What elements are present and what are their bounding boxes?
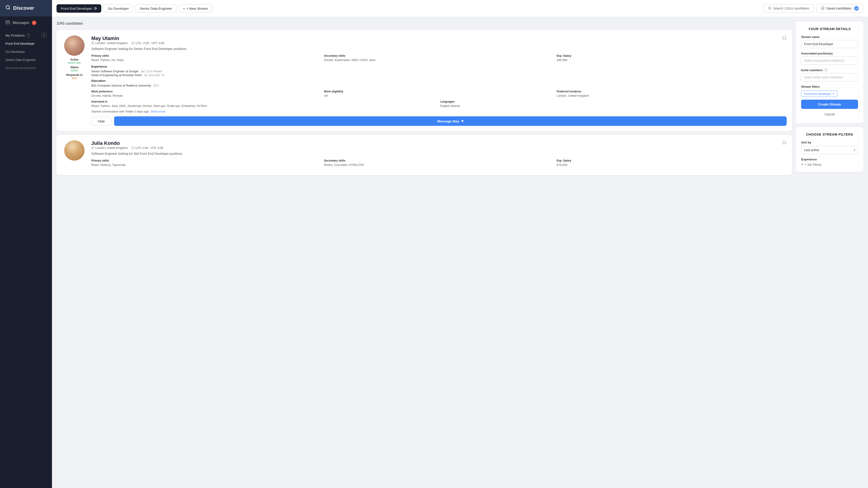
remove-filter-button[interactable]: × [833, 92, 834, 96]
job-title-label: + Job Title(s) [804, 163, 822, 166]
chevron-down-icon: ▾ [461, 119, 463, 124]
search-button[interactable]: Search 11614 candidates [763, 4, 814, 13]
saved-badge: 18 [854, 6, 859, 11]
associated-positions-input[interactable] [801, 57, 858, 65]
message-button-may[interactable]: Message May ▾ [114, 116, 786, 126]
exp-item-1-may: Senior Software Engineer at Google Jan '… [91, 70, 786, 73]
messages-badge: 1 [32, 21, 36, 25]
education-may: BSc Computer Science at Redbrick Univers… [91, 84, 786, 87]
sidebar-item-senior-data[interactable]: Senior Data Engineer [0, 56, 52, 64]
new-stream-label: + New Stream [186, 6, 208, 10]
tab-go-label: Go Developer [108, 6, 129, 10]
experience-label: Experience [801, 158, 858, 161]
bookmark-btn-julia[interactable] [782, 140, 786, 146]
sidebar-item-frontend[interactable]: Front End Developer [0, 39, 52, 48]
invite-members-input[interactable] [801, 73, 858, 81]
timezone-may: UTC -2:00 - UTC 2:00 [131, 41, 164, 45]
choose-filters-title: CHOOSE STREAM FILTERS [801, 132, 858, 136]
candidate-info-may: May Utamin London, United Kingdom UTC -2… [91, 35, 786, 126]
status-label-may: Status [70, 66, 79, 69]
sidebar-messages[interactable]: Messages 1 [0, 16, 52, 29]
candidate-header-may: May Utamin London, United Kingdom UTC -2… [91, 35, 786, 46]
associated-positions-field: Associated position(s) [801, 52, 858, 65]
avatar-may [64, 35, 85, 56]
create-stream-button[interactable]: Create Stream [801, 100, 858, 109]
cancel-button[interactable]: Cancel [801, 111, 858, 118]
interested-in-may: Interested in React, Python, Java, AWS, … [91, 100, 438, 107]
invite-help-icon[interactable]: ? [824, 68, 828, 72]
saved-candidates-button[interactable]: Saved candidates 18 [816, 4, 864, 13]
show-more-may[interactable]: Show more [151, 110, 165, 113]
primary-skills-may: Primary skills React, Python, Go, Ruby [91, 54, 321, 62]
candidate-meta-julia: London, United Kingdom UTC 1:00 - UTC 3:… [91, 146, 163, 150]
plus-icon: + [801, 162, 803, 166]
sort-by-label: Sort by [801, 141, 858, 144]
secondary-skills-may: Secondary skills Docker, Kubernetes, AWS… [324, 54, 554, 62]
sidebar-show-paused[interactable]: Show paused positions [0, 64, 52, 72]
primary-skills-julia: Primary skills React, Node.js, Typescrip… [91, 159, 321, 166]
candidates-list: 1045 candidates Active active now Status… [57, 22, 796, 484]
new-stream-button[interactable]: + + New Stream [179, 4, 212, 12]
education-title-may: Education [91, 79, 786, 83]
prefs-grid-may: Work preference On-site, Hybrid, Remote … [91, 90, 786, 97]
skills-section-julia: Primary skills React, Node.js, Typescrip… [91, 159, 786, 166]
search-icon [5, 5, 10, 11]
sidebar: Discover Messages 1 My Positions ? + Fro… [0, 0, 52, 488]
tab-frontend-label: Front End Developer [61, 6, 92, 10]
experience-title-may: Experience [91, 65, 786, 68]
candidate-card-julia: Julia Kondo London, United Kingdom UTC 1… [57, 135, 792, 175]
bookmark-btn-may[interactable] [782, 35, 786, 41]
active-now-may: active now [68, 61, 81, 64]
candidate-avatar-section-julia [62, 140, 87, 170]
candidate-card-may: Active active now Status active Responds… [57, 30, 792, 131]
add-job-title[interactable]: + + Job Title(s) [801, 162, 858, 166]
messages-label: Messages [13, 21, 29, 25]
responds-label-may: Responds in [66, 73, 83, 76]
top-nav: Front End Developer ⚙ Go Developer Senio… [52, 0, 868, 17]
candidates-count: 1045 candidates [57, 22, 792, 26]
stream-name-input[interactable] [801, 40, 858, 48]
work-eligibility-may: Work eligibility UK [324, 90, 554, 97]
tab-senior-data[interactable]: Senior Data Engineer [135, 4, 176, 12]
filter-tag-frontend: Front End Developer × [801, 91, 837, 97]
status-value-may: active [71, 69, 78, 72]
svg-point-7 [92, 147, 93, 148]
conversation-note-may: Started conversation with Twitter 3 days… [91, 110, 786, 113]
positions-help-icon[interactable]: ? [26, 33, 31, 37]
invite-members-label: Invite members ? [801, 68, 858, 72]
candidate-name-may: May Utamin London, United Kingdom UTC -2… [91, 35, 164, 46]
mail-icon [5, 20, 10, 26]
hide-button-may[interactable]: Hide [91, 117, 112, 126]
active-label-may: Active [70, 58, 79, 61]
right-panel: YOUR STREAM DETAILS Stream name Associat… [796, 22, 864, 484]
stream-details-title: YOUR STREAM DETAILS [801, 27, 858, 31]
candidate-info-julia: Julia Kondo London, United Kingdom UTC 1… [91, 140, 786, 170]
timezone-julia: UTC 1:00 - UTC 3:00 [131, 146, 163, 150]
sidebar-item-go[interactable]: Go Developer [0, 48, 52, 56]
preferred-locations-may: Preferred locations London, United Kingd… [557, 90, 786, 97]
secondary-skills-julia: Secondary skills Redux, Cucumber, HTML/C… [324, 159, 554, 166]
sort-select[interactable]: Last active Newest Most relevant [801, 146, 858, 154]
tab-go[interactable]: Go Developer [103, 4, 133, 12]
location-julia: London, United Kingdom [91, 146, 128, 150]
stream-name-field: Stream name [801, 35, 858, 48]
candidate-meta-may: London, United Kingdom UTC -2:00 - UTC 2… [91, 41, 164, 45]
associated-positions-label: Associated position(s) [801, 52, 858, 55]
exp-item-2-may: Head of Engineering at Rockstar North Ju… [91, 73, 786, 77]
invite-members-field: Invite members ? [801, 68, 858, 81]
candidate-name-julia-wrap: Julia Kondo London, United Kingdom UTC 1… [91, 140, 163, 151]
avatar-julia [64, 140, 85, 161]
add-position-icon[interactable]: + [41, 33, 46, 38]
stream-filters-section: Stream filters Front End Developer × [801, 85, 858, 100]
stream-filters-card: CHOOSE STREAM FILTERS Sort by Last activ… [796, 127, 864, 172]
tab-frontend[interactable]: Front End Developer ⚙ [57, 4, 101, 13]
candidate-avatar-section-may: Active active now Status active Responds… [62, 35, 87, 126]
stream-details-card: YOUR STREAM DETAILS Stream name Associat… [796, 22, 864, 123]
experience-section: Experience + + Job Title(s) [801, 158, 858, 166]
positions-label: My Positions [5, 33, 25, 37]
plus-icon: + [183, 6, 185, 10]
sidebar-discover[interactable]: Discover [0, 0, 52, 16]
search-icon [768, 6, 772, 11]
card-actions-may: Hide Message May ▾ [91, 116, 786, 126]
search-label: Search 11614 candidates [773, 6, 809, 10]
